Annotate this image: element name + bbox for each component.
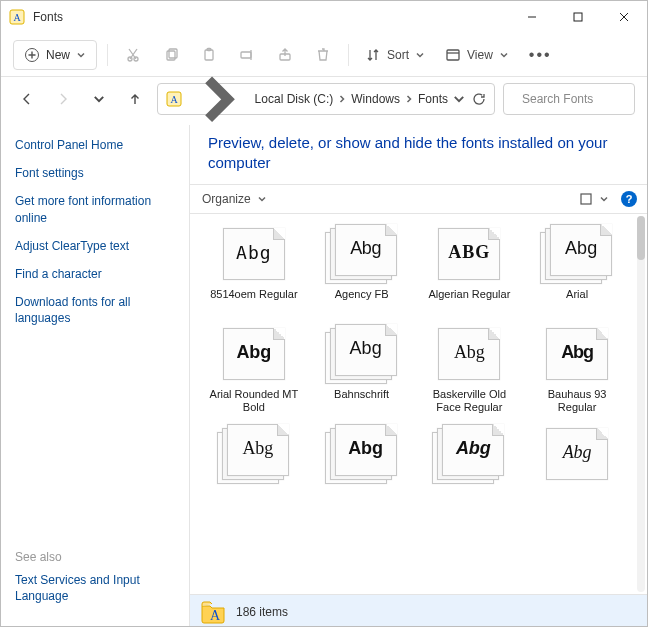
font-item[interactable]: Abg — [308, 420, 416, 516]
chevron-right-icon[interactable] — [337, 94, 347, 104]
cut-button[interactable] — [118, 40, 148, 70]
svg-rect-6 — [167, 51, 175, 60]
font-item[interactable]: Abg — [200, 420, 308, 516]
font-thumb: Abg — [540, 422, 614, 484]
share-button[interactable] — [270, 40, 300, 70]
sidebar-item-adjust-cleartype[interactable]: Adjust ClearType text — [15, 238, 175, 254]
chevron-right-icon[interactable] — [404, 94, 414, 104]
separator — [107, 44, 108, 66]
fonts-folder-large-icon: A — [200, 599, 226, 625]
copy-button[interactable] — [156, 40, 186, 70]
refresh-button[interactable] — [472, 92, 486, 106]
font-item[interactable]: AbgAgency FB — [308, 220, 416, 316]
view-button[interactable]: View — [439, 40, 515, 70]
forward-button[interactable] — [49, 85, 77, 113]
view-button-label: View — [467, 48, 493, 62]
chevron-right-icon[interactable] — [186, 67, 251, 132]
sidebar: Control Panel Home Font settings Get mor… — [1, 125, 189, 627]
font-item[interactable]: AbgBauhaus 93 Regular — [523, 320, 631, 416]
font-sample: Abg — [350, 238, 381, 259]
scrollbar-thumb[interactable] — [637, 216, 645, 260]
sidebar-item-text-services[interactable]: Text Services and Input Language — [15, 572, 175, 604]
content-pane: Preview, delete, or show and hide the fo… — [189, 125, 647, 627]
font-thumb: Abg — [432, 422, 506, 484]
sidebar-item-download-fonts[interactable]: Download fonts for all languages — [15, 294, 175, 326]
font-thumb: Abg — [540, 222, 614, 284]
font-item[interactable]: AbgBahnschrift — [308, 320, 416, 416]
font-item[interactable]: AbgArial Rounded MT Bold — [200, 320, 308, 416]
font-item[interactable]: Abg8514oem Regular — [200, 220, 308, 316]
search-input[interactable] — [520, 91, 648, 107]
address-dropdown-button[interactable] — [452, 92, 466, 106]
font-item[interactable]: Abg — [523, 420, 631, 516]
fonts-app-icon: A — [9, 9, 25, 25]
svg-rect-16 — [581, 194, 591, 204]
view-options-button[interactable] — [577, 184, 611, 214]
address-bar[interactable]: A Local Disk (C:) Windows Fonts — [157, 83, 495, 115]
delete-button[interactable] — [308, 40, 338, 70]
fonts-folder-icon: A — [166, 91, 182, 107]
sidebar-item-find-character[interactable]: Find a character — [15, 266, 175, 282]
svg-text:A: A — [170, 94, 178, 105]
font-sample: Abg — [565, 238, 597, 259]
more-button[interactable]: ••• — [523, 40, 558, 70]
more-icon: ••• — [529, 46, 552, 64]
font-sample: Abg — [563, 442, 592, 463]
font-sample: ABG — [448, 242, 490, 263]
new-button[interactable]: New — [13, 40, 97, 70]
sidebar-item-font-settings[interactable]: Font settings — [15, 165, 175, 181]
svg-text:A: A — [13, 12, 21, 23]
minimize-button[interactable] — [509, 1, 555, 33]
font-sample: Abg — [236, 242, 272, 263]
help-button[interactable]: ? — [621, 191, 637, 207]
scrollbar[interactable] — [637, 216, 645, 593]
font-sample: Abg — [350, 338, 382, 359]
sidebar-item-get-more-font-info[interactable]: Get more font information online — [15, 193, 175, 225]
organize-toolbar: Organize ? — [190, 184, 647, 214]
sidebar-item-control-panel-home[interactable]: Control Panel Home — [15, 137, 175, 153]
font-item[interactable]: AbgBaskerville Old Face Regular — [416, 320, 524, 416]
sort-button-label: Sort — [387, 48, 409, 62]
font-thumb: Abg — [325, 222, 399, 284]
font-item[interactable]: Abg — [416, 420, 524, 516]
paste-button[interactable] — [194, 40, 224, 70]
close-button[interactable] — [601, 1, 647, 33]
navigation-row: A Local Disk (C:) Windows Fonts — [1, 77, 647, 125]
breadcrumb-segment[interactable]: Local Disk (C:) — [255, 92, 348, 106]
font-label: 8514oem Regular — [210, 288, 297, 314]
rename-button[interactable] — [232, 40, 262, 70]
font-item[interactable]: AbgArial — [523, 220, 631, 316]
organize-button[interactable]: Organize — [200, 184, 269, 214]
font-thumb: ABG — [432, 222, 506, 284]
command-bar: New Sort — [1, 33, 647, 77]
back-button[interactable] — [13, 85, 41, 113]
font-thumb: Abg — [217, 322, 291, 384]
search-box[interactable] — [503, 83, 635, 115]
up-button[interactable] — [121, 85, 149, 113]
page-title: Preview, delete, or show and hide the fo… — [190, 125, 647, 184]
separator — [348, 44, 349, 66]
font-label: Bahnschrift — [334, 388, 389, 414]
svg-rect-8 — [205, 50, 213, 60]
font-item[interactable]: ABGAlgerian Regular — [416, 220, 524, 316]
breadcrumb-segment[interactable]: Windows — [351, 92, 414, 106]
breadcrumb-label: Local Disk (C:) — [255, 92, 334, 106]
breadcrumb-label: Fonts — [418, 92, 448, 106]
window-title: Fonts — [33, 10, 63, 24]
font-thumb: Abg — [217, 222, 291, 284]
sort-button[interactable]: Sort — [359, 40, 431, 70]
font-sample: Abg — [236, 342, 271, 363]
font-thumb: Abg — [217, 422, 291, 484]
breadcrumb-segment[interactable]: Fonts — [418, 92, 448, 106]
see-also-header: See also — [15, 550, 175, 564]
svg-rect-12 — [447, 50, 459, 60]
font-label: Agency FB — [335, 288, 389, 314]
status-item-count: 186 items — [236, 605, 288, 619]
svg-rect-2 — [574, 13, 582, 21]
font-sample: Abg — [456, 438, 491, 459]
font-label: Arial Rounded MT Bold — [208, 388, 300, 414]
font-thumb: Abg — [540, 322, 614, 384]
recent-locations-button[interactable] — [85, 85, 113, 113]
status-bar: A 186 items — [190, 594, 647, 627]
maximize-button[interactable] — [555, 1, 601, 33]
